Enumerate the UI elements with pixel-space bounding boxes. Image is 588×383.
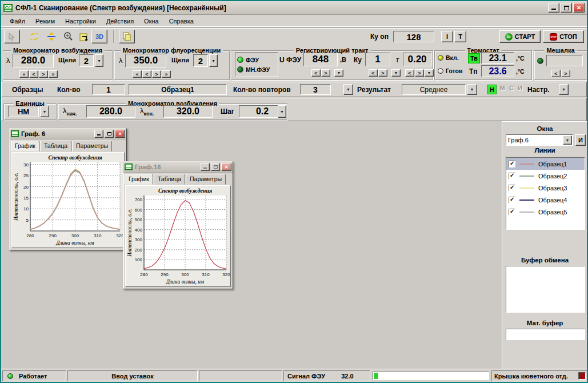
- window-select-combo[interactable]: Граф.6: [506, 134, 573, 146]
- graph-window-16[interactable]: Граф.16 ✕ График Таблица Параметры 10020…: [123, 161, 233, 289]
- samples-count-field[interactable]: 1: [92, 84, 125, 95]
- units-combo[interactable]: НМ: [8, 106, 39, 117]
- slits-dropdown-button[interactable]: [95, 54, 103, 67]
- t-button[interactable]: T: [454, 31, 466, 42]
- checkbox-checked-icon[interactable]: [509, 209, 515, 216]
- excitation-wavelength-field[interactable]: 280.0: [13, 54, 54, 67]
- i-button[interactable]: I: [441, 31, 453, 42]
- step-forward-button[interactable]: >: [152, 70, 161, 78]
- line-item-4[interactable]: Образец4: [506, 194, 585, 206]
- graph16-maximize-button[interactable]: [211, 163, 220, 171]
- graph6-title-bar[interactable]: Граф. 6 ✕: [10, 129, 126, 139]
- gain-down-button[interactable]: <: [369, 69, 378, 77]
- graph6-minimize-button[interactable]: [94, 130, 103, 138]
- settings-dropdown-button[interactable]: [559, 84, 569, 95]
- line-item-3[interactable]: Образец3: [506, 182, 585, 194]
- close-button[interactable]: ✕: [573, 3, 585, 13]
- checkbox-checked-icon[interactable]: [509, 197, 515, 204]
- fluorescence-wavelength-field[interactable]: 350.0: [125, 54, 166, 67]
- rotate-page-button[interactable]: [77, 30, 93, 43]
- pmt-radio[interactable]: ФЭУ: [237, 55, 276, 65]
- slits-field[interactable]: 2: [193, 54, 208, 67]
- slits-dropdown-button[interactable]: [209, 54, 218, 67]
- clipboard-box[interactable]: [506, 266, 585, 313]
- goto-end-button[interactable]: »: [49, 70, 58, 78]
- checkbox-checked-icon[interactable]: [509, 161, 515, 167]
- refresh-button[interactable]: [26, 30, 42, 43]
- tau-down-button[interactable]: <: [405, 69, 414, 77]
- checkbox-checked-icon[interactable]: [509, 173, 515, 179]
- tau-up-button[interactable]: >: [415, 69, 424, 77]
- multi-pmt-radio[interactable]: МН.ФЭУ: [237, 65, 276, 74]
- tab-parametry[interactable]: Параметры: [186, 174, 226, 185]
- step-forward-button[interactable]: >: [39, 70, 48, 78]
- u-dropdown-button[interactable]: [334, 69, 343, 77]
- tab-parametry[interactable]: Параметры: [72, 141, 112, 151]
- step-dropdown-button[interactable]: [278, 105, 286, 118]
- gain-field[interactable]: 1: [365, 53, 390, 66]
- tab-tablica[interactable]: Таблица: [40, 141, 71, 151]
- menu-file[interactable]: Файл: [5, 17, 30, 26]
- maximize-button[interactable]: [561, 3, 572, 13]
- sample-name-field[interactable]: Образец1: [129, 84, 227, 95]
- stop-button[interactable]: STOP СТОП: [543, 30, 584, 43]
- mixer-up-button[interactable]: >: [561, 70, 570, 77]
- tab-grafik[interactable]: График: [125, 174, 153, 185]
- line-item-1[interactable]: Образец1: [506, 158, 585, 170]
- autoscale-button[interactable]: [43, 30, 59, 43]
- thermostat-on-radio[interactable]: Вкл.: [438, 54, 459, 61]
- checkbox-checked-icon[interactable]: [509, 185, 515, 192]
- tau-field[interactable]: 0.20: [403, 53, 431, 66]
- graph16-minimize-button[interactable]: [201, 163, 210, 171]
- u-up-button[interactable]: >: [321, 69, 330, 77]
- repeats-field[interactable]: 3: [300, 84, 331, 95]
- menu-help[interactable]: Справка: [164, 17, 199, 26]
- mixer-down-button[interactable]: <: [551, 70, 561, 77]
- goto-end-button[interactable]: »: [162, 70, 171, 78]
- tab-grafik[interactable]: График: [11, 141, 39, 151]
- line-item-5[interactable]: Образец5: [506, 206, 585, 218]
- n-button[interactable]: Н: [487, 85, 497, 94]
- line-item-2[interactable]: Образец2: [506, 170, 585, 182]
- step-back-button[interactable]: <: [142, 70, 151, 78]
- u-pmt-field[interactable]: 848: [303, 53, 338, 66]
- excitation-spectrum-chart-6[interactable]: 51015202530280290300310320Спектр возбужд…: [13, 154, 124, 246]
- math-buffer-field[interactable]: [506, 329, 585, 340]
- graph16-title-bar[interactable]: Граф.16 ✕: [123, 162, 233, 173]
- start-button[interactable]: Go СТАРТ: [499, 30, 541, 43]
- excitation-spectrum-chart-16[interactable]: 100200300400500600700280290300310320Спек…: [127, 187, 230, 285]
- goto-start-button[interactable]: «: [133, 70, 142, 78]
- mixer-field[interactable]: [546, 55, 583, 66]
- lambda-end-field[interactable]: 320.0: [163, 105, 213, 118]
- gain-up-button[interactable]: >: [378, 69, 387, 77]
- units-dropdown-button[interactable]: [40, 106, 49, 117]
- i-window-button[interactable]: И: [575, 134, 586, 146]
- result-dropdown-button[interactable]: [467, 84, 477, 95]
- gain-dropdown-button[interactable]: [391, 69, 401, 77]
- pointer-tool-button[interactable]: [4, 30, 20, 43]
- menu-mode[interactable]: Режим: [30, 17, 60, 26]
- step-back-button[interactable]: <: [29, 70, 38, 78]
- tau-dropdown-button[interactable]: [425, 69, 434, 77]
- minimize-button[interactable]: [548, 3, 559, 13]
- repeats-dropdown-button[interactable]: [343, 84, 353, 95]
- graph16-close-button[interactable]: ✕: [221, 163, 231, 171]
- ku-op-field[interactable]: 128: [393, 31, 434, 42]
- thermostat-ready-radio[interactable]: Готов: [438, 67, 462, 74]
- goto-start-button[interactable]: «: [19, 70, 29, 78]
- window-select-dropdown-button[interactable]: [563, 135, 572, 145]
- graph6-maximize-button[interactable]: [105, 130, 114, 138]
- three-d-button[interactable]: 3D: [91, 30, 107, 43]
- result-combo[interactable]: Среднее: [402, 84, 466, 95]
- graph6-close-button[interactable]: ✕: [115, 130, 125, 138]
- slits-field[interactable]: 2: [79, 54, 94, 67]
- title-bar[interactable]: СФЛ-1 Сканирование (Спектр возбуждения) …: [1, 1, 587, 15]
- zoom-tool-button[interactable]: [61, 30, 77, 43]
- menu-windows[interactable]: Окна: [139, 17, 164, 26]
- menu-settings[interactable]: Настройки: [60, 17, 101, 26]
- menu-actions[interactable]: Действия: [101, 17, 139, 26]
- tab-tablica[interactable]: Таблица: [154, 174, 185, 185]
- lambda-start-field[interactable]: 280.0: [86, 105, 135, 118]
- copy-button[interactable]: [119, 30, 135, 43]
- u-down-button[interactable]: <: [311, 69, 321, 77]
